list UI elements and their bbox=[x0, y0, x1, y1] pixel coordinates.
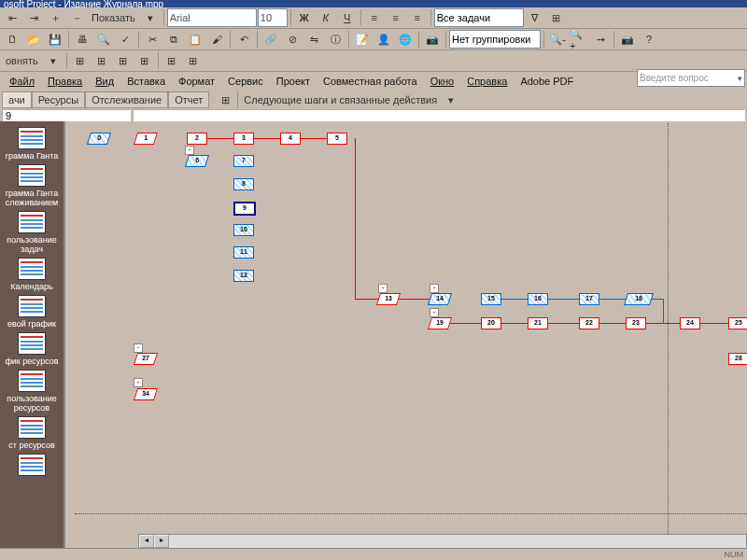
task-node[interactable]: 3 bbox=[233, 133, 254, 145]
sidebar-item[interactable]: грамма Ганта bbox=[2, 127, 62, 161]
split-icon[interactable]: ⇋ bbox=[303, 29, 324, 49]
collapse-icon[interactable]: - bbox=[430, 308, 439, 317]
align-center-icon[interactable]: ≡ bbox=[386, 7, 406, 28]
task-node[interactable]: 5 bbox=[327, 133, 347, 145]
task-node[interactable]: 18 bbox=[624, 293, 654, 305]
sidebar-item[interactable]: пользование задач bbox=[2, 211, 62, 254]
question-input[interactable]: Введите вопрос bbox=[637, 69, 745, 87]
link-icon[interactable]: 🔗 bbox=[261, 29, 281, 49]
new-icon[interactable]: 🗋 bbox=[2, 29, 22, 49]
format-painter-icon[interactable]: 🖌 bbox=[206, 29, 227, 49]
tab-resources[interactable]: Ресурсы bbox=[32, 91, 85, 108]
task-node[interactable]: 19 bbox=[428, 317, 452, 329]
plus-icon[interactable]: ＋ bbox=[45, 7, 65, 28]
task-node[interactable]: 25 bbox=[728, 317, 747, 329]
next-steps-label[interactable]: Следующие шаги и связанные действия bbox=[240, 94, 441, 105]
task-node[interactable]: 21 bbox=[528, 317, 548, 329]
task-node[interactable]: 1 bbox=[134, 133, 158, 145]
task-node[interactable]: 16 bbox=[528, 293, 548, 305]
task-node[interactable]: 11 bbox=[233, 246, 254, 259]
menu-view[interactable]: Вид bbox=[90, 74, 120, 89]
task-node[interactable]: 9 bbox=[233, 202, 256, 216]
undo-icon[interactable]: ↶ bbox=[233, 29, 254, 49]
task-node[interactable]: 27 bbox=[134, 353, 158, 365]
menu-help[interactable]: Справка bbox=[461, 74, 513, 89]
task-node[interactable]: 13 bbox=[376, 293, 401, 305]
tab-tracking[interactable]: Отслеживание bbox=[85, 91, 168, 108]
menu-edit[interactable]: Правка bbox=[42, 74, 88, 89]
tab-report[interactable]: Отчет bbox=[168, 91, 209, 108]
menu-pdf[interactable]: Adobe PDF bbox=[514, 74, 579, 89]
cut-icon[interactable]: ✂ bbox=[142, 29, 162, 49]
zoom-in-icon[interactable]: 🔍+ bbox=[569, 29, 589, 49]
collapse-icon[interactable]: - bbox=[134, 378, 143, 387]
task-node[interactable]: 10 bbox=[233, 224, 254, 236]
lvl-icon[interactable]: ⊞ bbox=[70, 50, 91, 71]
lvl-icon2[interactable]: ⊞ bbox=[92, 50, 112, 71]
collapse-icon[interactable]: - bbox=[185, 146, 194, 155]
sidebar-item[interactable]: Календарь bbox=[2, 258, 62, 291]
copy-icon[interactable]: ⧉ bbox=[163, 29, 184, 49]
unlink-icon[interactable]: ⊘ bbox=[282, 29, 303, 49]
task-node[interactable]: 17 bbox=[579, 293, 599, 305]
lvl-icon4[interactable]: ⊞ bbox=[134, 50, 155, 71]
collapse-icon[interactable]: - bbox=[134, 343, 143, 353]
camera-icon[interactable]: 📷 bbox=[617, 29, 638, 49]
menu-insert[interactable]: Вставка bbox=[121, 74, 171, 89]
note-icon[interactable]: 📝 bbox=[352, 29, 373, 49]
sidebar-item[interactable]: пользование ресурсов bbox=[2, 370, 62, 413]
bold-icon[interactable]: Ж bbox=[294, 7, 315, 28]
collapse-icon[interactable]: - bbox=[430, 284, 439, 293]
task-node[interactable]: 8 bbox=[233, 178, 254, 190]
underline-icon[interactable]: Ч bbox=[337, 7, 358, 28]
open-icon[interactable]: 📂 bbox=[23, 29, 44, 49]
task-node[interactable]: 7 bbox=[233, 155, 254, 167]
task-node[interactable]: 0 bbox=[87, 133, 111, 145]
task-node[interactable]: 20 bbox=[481, 317, 501, 329]
horizontal-scrollbar[interactable]: ◂ ▸ bbox=[138, 534, 747, 549]
show-label[interactable]: Показать bbox=[88, 12, 139, 23]
help-icon[interactable]: ? bbox=[639, 29, 659, 49]
goto-task-icon[interactable]: ➙ bbox=[590, 29, 611, 49]
task-node[interactable]: 4 bbox=[280, 133, 301, 145]
sidebar-item[interactable] bbox=[2, 454, 62, 478]
preview-icon[interactable]: 🔍 bbox=[93, 29, 114, 49]
level-label[interactable]: овнять bbox=[2, 55, 42, 66]
minus-icon[interactable]: － bbox=[66, 7, 87, 28]
sidebar-item[interactable]: ст ресурсов bbox=[2, 416, 62, 450]
indent-icon[interactable]: ⇥ bbox=[23, 7, 44, 28]
dd-icon[interactable]: ▾ bbox=[43, 50, 63, 71]
task-node[interactable]: 28 bbox=[728, 353, 747, 365]
print-icon[interactable]: 🖶 bbox=[72, 29, 92, 49]
task-node[interactable]: 6 bbox=[185, 155, 209, 167]
network-diagram-canvas[interactable]: ------0123456789101112131415161718192021… bbox=[75, 123, 747, 534]
task-node[interactable]: 15 bbox=[481, 293, 501, 305]
task-node[interactable]: 14 bbox=[428, 293, 452, 305]
align-left-icon[interactable]: ≡ bbox=[364, 7, 385, 28]
lvl-icon5[interactable]: ⊞ bbox=[162, 50, 182, 71]
sidebar-item[interactable]: грамма Ганта слеживанием bbox=[2, 164, 62, 207]
tab-tasks[interactable]: ачи bbox=[2, 91, 32, 108]
dropdown-icon[interactable]: ▾ bbox=[140, 7, 161, 28]
outdent-icon[interactable]: ⇤ bbox=[2, 7, 22, 28]
task-node[interactable]: 34 bbox=[134, 388, 158, 400]
menu-file[interactable]: Файл bbox=[4, 74, 40, 89]
paste-icon[interactable]: 📋 bbox=[185, 29, 205, 49]
lvl-icon6[interactable]: ⊞ bbox=[183, 50, 204, 71]
grid-icon[interactable]: ⊞ bbox=[546, 7, 567, 28]
dd-icon[interactable]: ▾ bbox=[441, 90, 461, 110]
fontsize-combo[interactable] bbox=[258, 8, 288, 27]
italic-icon[interactable]: К bbox=[316, 7, 336, 28]
spell-icon[interactable]: ✓ bbox=[115, 29, 135, 49]
autofilter-icon[interactable]: ∇ bbox=[525, 7, 545, 28]
align-right-icon[interactable]: ≡ bbox=[407, 7, 428, 28]
collapse-icon[interactable]: - bbox=[378, 284, 388, 293]
scroll-left-icon[interactable]: ◂ bbox=[139, 535, 154, 548]
publish-icon[interactable]: 🌐 bbox=[395, 29, 416, 49]
menu-format[interactable]: Формат bbox=[173, 74, 220, 89]
lvl-icon3[interactable]: ⊞ bbox=[113, 50, 134, 71]
zoom-out-icon[interactable]: 🔍- bbox=[547, 29, 568, 49]
task-node[interactable]: 2 bbox=[187, 133, 207, 145]
menu-window[interactable]: Окно bbox=[425, 74, 460, 89]
menu-project[interactable]: Проект bbox=[271, 74, 316, 89]
